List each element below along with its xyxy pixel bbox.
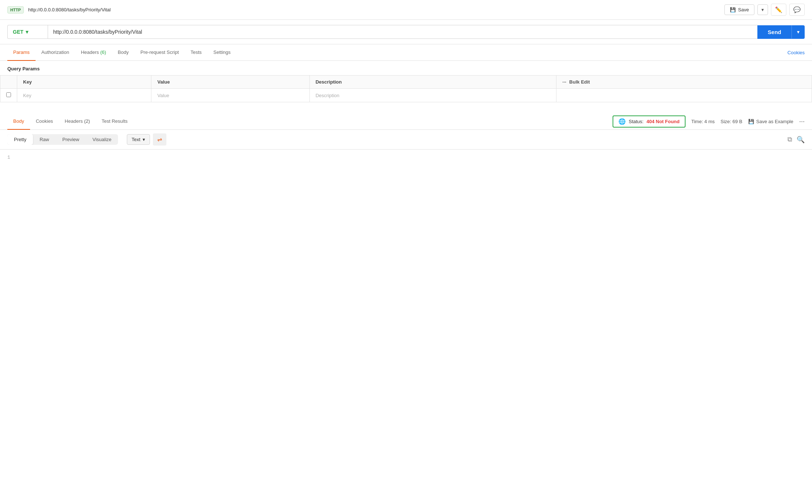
more-options-button[interactable]: ··· bbox=[799, 118, 805, 125]
request-bar: GET ▾ Send ▾ bbox=[0, 20, 812, 44]
key-cell[interactable]: Key bbox=[17, 89, 151, 102]
response-status-area: 🌐 Status: 404 Not Found Time: 4 ms Size:… bbox=[133, 115, 805, 128]
view-visualize-button[interactable]: Visualize bbox=[86, 134, 118, 145]
method-select[interactable]: GET ▾ bbox=[7, 25, 48, 39]
tab-body[interactable]: Body bbox=[112, 44, 135, 61]
resp-tab-headers[interactable]: Headers (2) bbox=[59, 113, 96, 130]
bulk-edit-label[interactable]: Bulk Edit bbox=[569, 79, 590, 85]
save-dropdown-button[interactable]: ▾ bbox=[757, 4, 768, 15]
bulk-edit-cell bbox=[556, 89, 812, 102]
view-raw-button[interactable]: Raw bbox=[33, 134, 56, 145]
key-col-header: Key bbox=[17, 76, 151, 89]
body-toolbar: Pretty Raw Preview Visualize Text ▾ ⇌ ⧉ … bbox=[0, 130, 812, 150]
address-bar: HTTP http://0.0.0.0:8080/tasks/byPriorit… bbox=[0, 0, 812, 20]
method-label: GET bbox=[13, 29, 23, 35]
format-select[interactable]: Text ▾ bbox=[127, 134, 150, 145]
resp-tab-cookies[interactable]: Cookies bbox=[30, 113, 59, 130]
comment-button[interactable]: 💬 bbox=[789, 4, 805, 16]
value-col-header: Value bbox=[151, 76, 309, 89]
copy-icon: ⧉ bbox=[787, 136, 792, 143]
cookies-link[interactable]: Cookies bbox=[787, 50, 805, 55]
query-params-title: Query Params bbox=[0, 61, 812, 75]
send-caret-icon: ▾ bbox=[791, 25, 805, 38]
response-size: Size: 69 B bbox=[721, 119, 742, 124]
save-icon: 💾 bbox=[730, 7, 736, 12]
edit-icon: ✏️ bbox=[775, 7, 782, 13]
checkbox-col-header bbox=[0, 76, 17, 89]
url-input[interactable] bbox=[48, 25, 757, 39]
status-text: Status: bbox=[629, 119, 643, 124]
tab-pre-request-script[interactable]: Pre-request Script bbox=[135, 44, 185, 61]
description-col-header: Description bbox=[309, 76, 556, 89]
save-button[interactable]: 💾 Save bbox=[724, 4, 754, 15]
status-code: 404 Not Found bbox=[646, 119, 679, 124]
line-number: 1 bbox=[7, 155, 10, 160]
format-caret-icon: ▾ bbox=[143, 137, 145, 142]
request-tabs: Params Authorization Headers (6) Body Pr… bbox=[0, 44, 812, 61]
response-tabs: Body Cookies Headers (2) Test Results 🌐 … bbox=[0, 113, 812, 130]
edit-button[interactable]: ✏️ bbox=[771, 4, 786, 16]
view-preview-button[interactable]: Preview bbox=[56, 134, 86, 145]
row-checkbox[interactable] bbox=[0, 89, 17, 102]
tab-authorization[interactable]: Authorization bbox=[36, 44, 75, 61]
caret-down-icon: ▾ bbox=[761, 7, 764, 12]
bulk-edit-icon: ··· bbox=[562, 79, 566, 85]
send-button[interactable]: Send ▾ bbox=[757, 25, 805, 39]
description-cell[interactable]: Description bbox=[309, 89, 556, 102]
params-table: Key Value Description ··· Bulk Edit Key … bbox=[0, 75, 812, 102]
search-button[interactable]: 🔍 bbox=[797, 136, 805, 144]
save-example-label: Save as Example bbox=[756, 119, 793, 124]
response-time: Time: 4 ms bbox=[691, 119, 715, 124]
tab-params[interactable]: Params bbox=[7, 44, 36, 61]
copy-button[interactable]: ⧉ bbox=[787, 136, 792, 144]
status-badge: 🌐 Status: 404 Not Found bbox=[613, 115, 686, 128]
resp-tab-test-results[interactable]: Test Results bbox=[96, 113, 133, 130]
body-content: 1 bbox=[0, 150, 812, 260]
resp-tab-body[interactable]: Body bbox=[7, 113, 30, 130]
send-label: Send bbox=[757, 25, 791, 39]
save-example-button[interactable]: 💾 Save as Example bbox=[748, 119, 793, 124]
address-actions: 💾 Save ▾ ✏️ 💬 bbox=[724, 4, 805, 16]
format-label: Text bbox=[132, 137, 140, 142]
wrap-icon: ⇌ bbox=[157, 136, 162, 143]
bulk-edit-col-header: ··· Bulk Edit bbox=[556, 76, 812, 89]
value-cell[interactable]: Value bbox=[151, 89, 309, 102]
body-actions: ⧉ 🔍 bbox=[169, 136, 805, 144]
search-icon: 🔍 bbox=[797, 136, 805, 143]
view-pretty-button[interactable]: Pretty bbox=[7, 134, 33, 145]
row-checkbox-input[interactable] bbox=[6, 92, 11, 97]
tab-tests[interactable]: Tests bbox=[185, 44, 207, 61]
view-btn-group: Pretty Raw Preview Visualize bbox=[7, 134, 118, 145]
save-example-icon: 💾 bbox=[748, 119, 754, 124]
address-url: http://0.0.0.0:8080/tasks/byPriority/Vit… bbox=[28, 7, 720, 12]
method-caret-icon: ▾ bbox=[26, 29, 28, 35]
globe-icon: 🌐 bbox=[618, 118, 626, 125]
save-label: Save bbox=[738, 7, 749, 12]
table-row: Key Value Description bbox=[0, 89, 812, 102]
tab-settings[interactable]: Settings bbox=[207, 44, 236, 61]
wrap-button[interactable]: ⇌ bbox=[153, 133, 166, 146]
comment-icon: 💬 bbox=[793, 7, 801, 13]
tab-headers[interactable]: Headers (6) bbox=[75, 44, 112, 61]
http-badge: HTTP bbox=[7, 6, 24, 14]
